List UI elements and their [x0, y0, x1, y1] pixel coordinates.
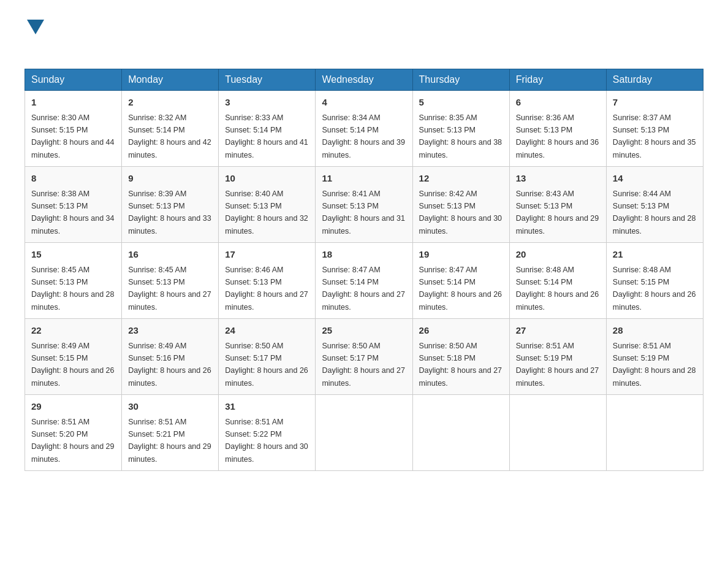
day-number: 25	[322, 324, 406, 338]
day-info: Sunrise: 8:41 AMSunset: 5:13 PMDaylight:…	[322, 190, 405, 236]
calendar-cell: 28Sunrise: 8:51 AMSunset: 5:19 PMDayligh…	[606, 319, 703, 395]
day-info: Sunrise: 8:40 AMSunset: 5:13 PMDaylight:…	[225, 190, 308, 236]
calendar-cell: 27Sunrise: 8:51 AMSunset: 5:19 PMDayligh…	[509, 319, 606, 395]
calendar-cell: 5Sunrise: 8:35 AMSunset: 5:13 PMDaylight…	[412, 91, 509, 167]
day-info: Sunrise: 8:35 AMSunset: 5:13 PMDaylight:…	[419, 113, 502, 159]
day-number: 13	[516, 172, 600, 186]
calendar-cell: 24Sunrise: 8:50 AMSunset: 5:17 PMDayligh…	[219, 319, 316, 395]
day-number: 24	[225, 324, 309, 338]
calendar-header-sunday: Sunday	[25, 69, 122, 91]
calendar-header-friday: Friday	[509, 69, 606, 91]
calendar-week-row: 1Sunrise: 8:30 AMSunset: 5:15 PMDaylight…	[25, 91, 703, 167]
calendar-week-row: 22Sunrise: 8:49 AMSunset: 5:15 PMDayligh…	[25, 319, 703, 395]
day-info: Sunrise: 8:37 AMSunset: 5:13 PMDaylight:…	[613, 113, 696, 159]
calendar-cell: 10Sunrise: 8:40 AMSunset: 5:13 PMDayligh…	[219, 167, 316, 243]
calendar-week-row: 8Sunrise: 8:38 AMSunset: 5:13 PMDaylight…	[25, 167, 703, 243]
day-info: Sunrise: 8:49 AMSunset: 5:15 PMDaylight:…	[31, 342, 115, 388]
day-number: 11	[322, 172, 406, 186]
day-number: 30	[128, 400, 212, 414]
day-number: 31	[225, 400, 309, 414]
calendar-week-row: 29Sunrise: 8:51 AMSunset: 5:20 PMDayligh…	[25, 395, 703, 471]
calendar-cell: 9Sunrise: 8:39 AMSunset: 5:13 PMDaylight…	[122, 167, 219, 243]
calendar-cell: 20Sunrise: 8:48 AMSunset: 5:14 PMDayligh…	[509, 243, 606, 319]
day-number: 27	[516, 324, 600, 338]
day-info: Sunrise: 8:43 AMSunset: 5:13 PMDaylight:…	[516, 190, 599, 236]
day-number: 21	[613, 248, 697, 262]
day-info: Sunrise: 8:51 AMSunset: 5:19 PMDaylight:…	[516, 342, 599, 388]
day-number: 7	[613, 96, 697, 110]
day-number: 9	[128, 172, 212, 186]
day-info: Sunrise: 8:50 AMSunset: 5:17 PMDaylight:…	[225, 342, 308, 388]
calendar-cell: 7Sunrise: 8:37 AMSunset: 5:13 PMDaylight…	[606, 91, 703, 167]
day-info: Sunrise: 8:51 AMSunset: 5:20 PMDaylight:…	[31, 418, 115, 464]
day-info: Sunrise: 8:51 AMSunset: 5:19 PMDaylight:…	[613, 342, 696, 388]
day-number: 19	[419, 248, 503, 262]
calendar-cell	[316, 395, 412, 471]
day-info: Sunrise: 8:46 AMSunset: 5:13 PMDaylight:…	[225, 266, 308, 312]
day-info: Sunrise: 8:38 AMSunset: 5:13 PMDaylight:…	[31, 190, 115, 236]
calendar-header-tuesday: Tuesday	[219, 69, 316, 91]
day-info: Sunrise: 8:39 AMSunset: 5:13 PMDaylight:…	[128, 190, 211, 236]
calendar-cell	[412, 395, 509, 471]
day-number: 15	[31, 248, 115, 262]
calendar-cell: 1Sunrise: 8:30 AMSunset: 5:15 PMDaylight…	[25, 91, 122, 167]
day-info: Sunrise: 8:47 AMSunset: 5:14 PMDaylight:…	[419, 266, 502, 312]
day-number: 6	[516, 96, 600, 110]
day-info: Sunrise: 8:47 AMSunset: 5:14 PMDaylight:…	[322, 266, 405, 312]
calendar-cell: 3Sunrise: 8:33 AMSunset: 5:14 PMDaylight…	[219, 91, 316, 167]
logo	[25, 18, 44, 56]
day-number: 1	[31, 96, 115, 110]
day-number: 23	[128, 324, 212, 338]
day-number: 29	[31, 400, 115, 414]
day-number: 16	[128, 248, 212, 262]
day-info: Sunrise: 8:45 AMSunset: 5:13 PMDaylight:…	[128, 266, 211, 312]
logo-arrow-icon	[27, 20, 44, 34]
page-header	[25, 18, 703, 56]
calendar-header-row: SundayMondayTuesdayWednesdayThursdayFrid…	[25, 69, 703, 91]
calendar-cell: 29Sunrise: 8:51 AMSunset: 5:20 PMDayligh…	[25, 395, 122, 471]
day-number: 4	[322, 96, 406, 110]
day-info: Sunrise: 8:42 AMSunset: 5:13 PMDaylight:…	[419, 190, 502, 236]
day-info: Sunrise: 8:48 AMSunset: 5:14 PMDaylight:…	[516, 266, 599, 312]
day-info: Sunrise: 8:33 AMSunset: 5:14 PMDaylight:…	[225, 113, 308, 159]
day-info: Sunrise: 8:45 AMSunset: 5:13 PMDaylight:…	[31, 266, 115, 312]
day-info: Sunrise: 8:30 AMSunset: 5:15 PMDaylight:…	[31, 113, 115, 159]
day-number: 22	[31, 324, 115, 338]
calendar-cell: 4Sunrise: 8:34 AMSunset: 5:14 PMDaylight…	[316, 91, 412, 167]
calendar-cell: 16Sunrise: 8:45 AMSunset: 5:13 PMDayligh…	[122, 243, 219, 319]
calendar-cell	[509, 395, 606, 471]
day-info: Sunrise: 8:50 AMSunset: 5:18 PMDaylight:…	[419, 342, 502, 388]
calendar-cell: 8Sunrise: 8:38 AMSunset: 5:13 PMDaylight…	[25, 167, 122, 243]
day-number: 18	[322, 248, 406, 262]
day-number: 14	[613, 172, 697, 186]
day-info: Sunrise: 8:36 AMSunset: 5:13 PMDaylight:…	[516, 113, 599, 159]
svg-marker-0	[27, 20, 44, 34]
day-info: Sunrise: 8:34 AMSunset: 5:14 PMDaylight:…	[322, 113, 405, 159]
day-number: 20	[516, 248, 600, 262]
calendar-cell: 14Sunrise: 8:44 AMSunset: 5:13 PMDayligh…	[606, 167, 703, 243]
day-info: Sunrise: 8:51 AMSunset: 5:22 PMDaylight:…	[225, 418, 308, 464]
day-number: 8	[31, 172, 115, 186]
calendar-cell: 6Sunrise: 8:36 AMSunset: 5:13 PMDaylight…	[509, 91, 606, 167]
calendar-header-monday: Monday	[122, 69, 219, 91]
day-info: Sunrise: 8:49 AMSunset: 5:16 PMDaylight:…	[128, 342, 211, 388]
calendar-cell: 23Sunrise: 8:49 AMSunset: 5:16 PMDayligh…	[122, 319, 219, 395]
calendar-cell: 12Sunrise: 8:42 AMSunset: 5:13 PMDayligh…	[412, 167, 509, 243]
calendar-cell: 2Sunrise: 8:32 AMSunset: 5:14 PMDaylight…	[122, 91, 219, 167]
calendar-table: SundayMondayTuesdayWednesdayThursdayFrid…	[25, 69, 703, 471]
day-number: 12	[419, 172, 503, 186]
calendar-header-wednesday: Wednesday	[316, 69, 412, 91]
day-number: 2	[128, 96, 212, 110]
calendar-cell: 18Sunrise: 8:47 AMSunset: 5:14 PMDayligh…	[316, 243, 412, 319]
day-number: 17	[225, 248, 309, 262]
calendar-cell: 13Sunrise: 8:43 AMSunset: 5:13 PMDayligh…	[509, 167, 606, 243]
day-info: Sunrise: 8:51 AMSunset: 5:21 PMDaylight:…	[128, 418, 211, 464]
calendar-cell: 11Sunrise: 8:41 AMSunset: 5:13 PMDayligh…	[316, 167, 412, 243]
day-number: 10	[225, 172, 309, 186]
day-number: 26	[419, 324, 503, 338]
calendar-header-saturday: Saturday	[606, 69, 703, 91]
day-info: Sunrise: 8:50 AMSunset: 5:17 PMDaylight:…	[322, 342, 405, 388]
calendar-cell: 22Sunrise: 8:49 AMSunset: 5:15 PMDayligh…	[25, 319, 122, 395]
calendar-cell	[606, 395, 703, 471]
calendar-cell: 25Sunrise: 8:50 AMSunset: 5:17 PMDayligh…	[316, 319, 412, 395]
